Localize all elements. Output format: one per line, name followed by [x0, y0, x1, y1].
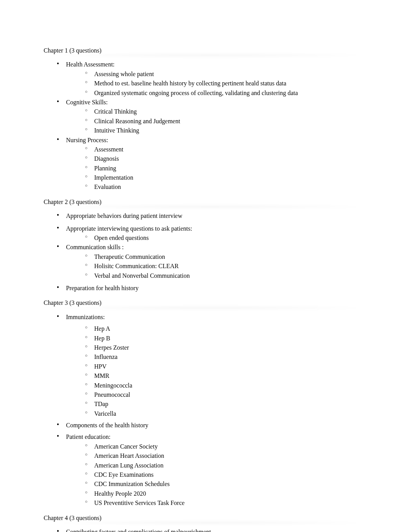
list-item-text: Planning — [94, 165, 116, 172]
list-item-text: Method to est. baseline health history b… — [94, 80, 286, 87]
list-item-text: Influenza — [94, 354, 117, 360]
list-item: Open ended questions — [87, 234, 366, 242]
list-item-text: Pneumococcal — [94, 391, 130, 398]
list-item: Hep B — [87, 334, 366, 343]
list-item-text: American Cancer Society — [94, 443, 158, 450]
list-item-text: American Lung Association — [94, 462, 164, 469]
list-item: Varicella — [87, 410, 366, 418]
list-item-text: Appropriate behaviors during patient int… — [66, 212, 182, 219]
list-item: Assessing whole patient — [87, 70, 366, 78]
list-item-text: Evaluation — [94, 184, 121, 190]
list-item-text: Holisitc Communication: CLEAR — [94, 263, 179, 269]
chapter-heading: Chapter 4 (3 questions) — [44, 514, 366, 522]
list-item-text: CDC Eye Examinations — [94, 471, 154, 478]
list-item: Diagnosis — [87, 155, 366, 163]
list-item: Health Assessment: Assessing whole patie… — [59, 60, 366, 97]
list-item: Healthy People 2020 — [87, 490, 366, 498]
list-item-text: Healthy People 2020 — [94, 490, 146, 497]
list-item-text: MMR — [94, 372, 109, 379]
bullet-list-level1: Appropriate behaviors during patient int… — [44, 212, 366, 292]
list-item-text: Open ended questions — [94, 235, 149, 241]
list-item: American Heart Association — [87, 452, 366, 460]
list-item: Appropriate behaviors during patient int… — [59, 212, 366, 220]
list-item: Clinical Reasoning and Judgement — [87, 117, 366, 126]
list-item-text: Immunizations: — [66, 314, 105, 320]
list-item: Critical Thinking — [87, 107, 366, 116]
list-item-text: Assessment — [94, 146, 124, 153]
list-item: Assessment — [87, 145, 366, 154]
list-item: Communication skills : Therapeutic Commu… — [59, 243, 366, 280]
list-item-text: CDC Immunization Schedules — [94, 481, 170, 487]
bullet-list-level1: Contributing factors and complications o… — [44, 528, 366, 532]
list-item: Evaluation — [87, 183, 366, 191]
list-item-text: Diagnosis — [94, 155, 119, 162]
list-item-text: Assessing whole patient — [94, 71, 154, 77]
list-item-text: Verbal and Nonverbal Communication — [94, 272, 190, 279]
list-item: Planning — [87, 164, 366, 173]
list-item: Contributing factors and complications o… — [59, 528, 366, 532]
list-item-text: Communication skills : — [66, 244, 124, 250]
list-item: Method to est. baseline health history b… — [87, 79, 366, 88]
list-item-text: Contributing factors and complications o… — [66, 529, 211, 532]
list-item-text: Varicella — [94, 410, 116, 417]
list-item: Meningococcla — [87, 381, 366, 390]
list-item-text: US Preventitive Services Task Force — [94, 500, 185, 506]
list-item: HPV — [87, 362, 366, 371]
bullet-list-level2: Hep A Hep B Herpes Zoster Influenza HPV … — [66, 325, 366, 418]
list-item: Herpes Zoster — [87, 343, 366, 352]
list-item-text: Herpes Zoster — [94, 344, 129, 351]
list-item: Influenza — [87, 353, 366, 361]
list-item: Holisitc Communication: CLEAR — [87, 262, 366, 270]
list-item: Nursing Process: Assessment Diagnosis Pl… — [59, 136, 366, 192]
list-item-text: Implementation — [94, 174, 133, 181]
list-item: TDap — [87, 400, 366, 408]
list-item: CDC Immunization Schedules — [87, 480, 366, 488]
list-item-text: Nursing Process: — [66, 137, 108, 143]
list-item-text: Cognitive Skills: — [66, 99, 108, 105]
list-item: Organized systematic ongoing process of … — [87, 89, 366, 97]
list-item-text: Components of the health history — [66, 422, 148, 428]
list-item-text: Intuitive Thinking — [94, 127, 139, 134]
bullet-list-level1: Health Assessment: Assessing whole patie… — [44, 60, 366, 191]
list-item-text: Patient education: — [66, 433, 110, 440]
list-item: Implementation — [87, 173, 366, 182]
bullet-list-level2: American Cancer Society American Heart A… — [66, 442, 366, 508]
bullet-list-level2: Critical Thinking Clinical Reasoning and… — [66, 107, 366, 135]
list-item-text: TDap — [94, 401, 108, 407]
chapter-heading: Chapter 3 (3 questions) — [44, 299, 366, 307]
list-item: Cognitive Skills: Critical Thinking Clin… — [59, 98, 366, 135]
list-item-text: Hep B — [94, 335, 110, 342]
list-item: Therapeutic Communication — [87, 253, 366, 261]
list-item: MMR — [87, 372, 366, 380]
list-item: Immunizations: Hep A Hep B Herpes Zoster… — [59, 313, 366, 418]
bullet-list-level2: Assessment Diagnosis Planning Implementa… — [66, 145, 366, 192]
list-item: Intuitive Thinking — [87, 126, 366, 135]
bullet-list-level2: Therapeutic Communication Holisitc Commu… — [66, 253, 366, 280]
bullet-list-level1: Immunizations: Hep A Hep B Herpes Zoster… — [44, 313, 366, 508]
list-item: Verbal and Nonverbal Communication — [87, 272, 366, 280]
list-item: Components of the health history — [59, 421, 366, 430]
bullet-list-level2: Assessing whole patient Method to est. b… — [66, 70, 366, 97]
list-item-text: Organized systematic ongoing process of … — [94, 90, 298, 96]
list-item-text: Meningococcla — [94, 382, 132, 389]
list-item-text: Critical Thinking — [94, 108, 137, 115]
list-item: Pneumococcal — [87, 391, 366, 399]
list-item-text: Clinical Reasoning and Judgement — [94, 118, 180, 124]
list-item-text: American Heart Association — [94, 452, 164, 459]
list-item: Hep A — [87, 325, 366, 333]
list-item-text: HPV — [94, 363, 107, 370]
bullet-list-level2: Open ended questions — [66, 234, 366, 242]
list-item: American Cancer Society — [87, 442, 366, 451]
list-item-text: Appropriate interviewing questions to as… — [66, 225, 192, 232]
list-item: CDC Eye Examinations — [87, 471, 366, 479]
list-item: Appropriate interviewing questions to as… — [59, 224, 366, 243]
list-item: US Preventitive Services Task Force — [87, 499, 366, 507]
list-item: Patient education: American Cancer Socie… — [59, 433, 366, 507]
list-item-text: Health Assessment: — [66, 61, 115, 68]
chapter-heading: Chapter 1 (3 questions) — [44, 46, 366, 55]
list-item-text: Therapeutic Communication — [94, 253, 165, 260]
chapter-heading: Chapter 2 (3 questions) — [44, 198, 366, 206]
list-item-text: Hep A — [94, 325, 110, 332]
list-item: American Lung Association — [87, 461, 366, 470]
list-item: Preparation for health history — [59, 284, 366, 292]
